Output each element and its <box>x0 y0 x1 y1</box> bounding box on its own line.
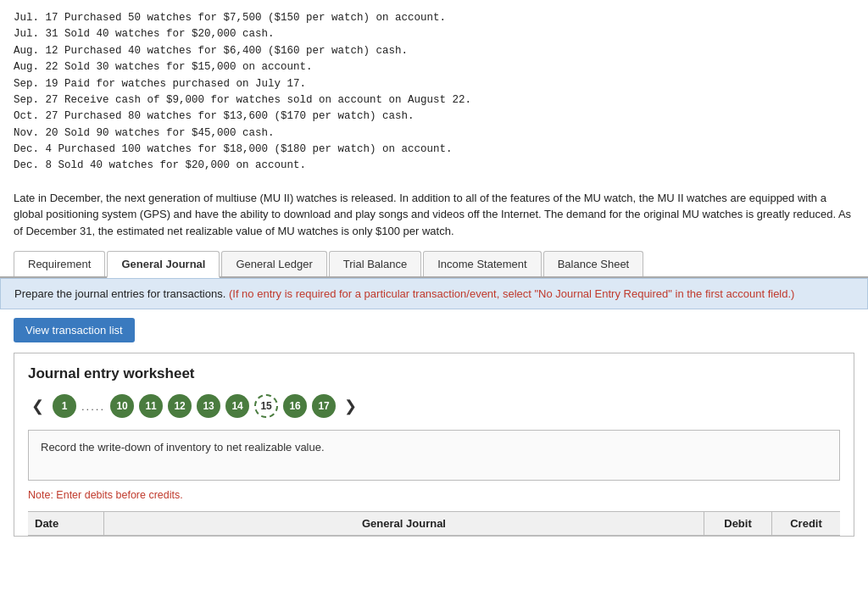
step-dots: ..... <box>81 400 105 413</box>
nav-prev-button[interactable]: ❮ <box>28 395 47 417</box>
nav-row: ❮1.....1011121314151617❯ <box>28 394 840 418</box>
transaction-item: Aug. 12 Purchased 40 watches for $6,400 … <box>14 43 854 59</box>
th-general-journal: General Journal <box>104 512 704 535</box>
paragraph-text: Late in December, the next generation of… <box>0 183 868 252</box>
tabs-row: RequirementGeneral JournalGeneral Ledger… <box>0 251 868 278</box>
th-credit: Credit <box>772 512 840 535</box>
transaction-item: Sep. 27 Receive cash of $9,000 for watch… <box>14 92 854 109</box>
record-instruction-text: Record the write-down of inventory to ne… <box>41 441 325 454</box>
step-14[interactable]: 14 <box>225 394 249 418</box>
transaction-item: Jul. 17 Purchased 50 watches for $7,500 … <box>14 10 854 26</box>
step-1[interactable]: 1 <box>53 394 76 418</box>
worksheet-box: Journal entry worksheet ❮1.....101112131… <box>14 353 854 537</box>
tab-general-ledger[interactable]: General Ledger <box>221 251 326 276</box>
step-13[interactable]: 13 <box>197 394 220 418</box>
tab-general-journal[interactable]: General Journal <box>107 251 220 278</box>
instruction-main: Prepare the journal entries for transact… <box>14 287 225 300</box>
instruction-note: (If no entry is required for a particula… <box>229 287 795 300</box>
note-text: Note: Enter debits before credits. <box>28 489 840 504</box>
step-10[interactable]: 10 <box>110 394 134 418</box>
view-transaction-button[interactable]: View transaction list <box>14 318 135 342</box>
tab-requirement[interactable]: Requirement <box>14 251 105 276</box>
record-instruction-box: Record the write-down of inventory to ne… <box>28 430 840 481</box>
transaction-item: Nov. 20 Sold 90 watches for $45,000 cash… <box>14 125 854 142</box>
transaction-item: Dec. 8 Sold 40 watches for $20,000 on ac… <box>14 158 854 174</box>
transaction-item: Sep. 19 Paid for watches purchased on Ju… <box>14 76 854 92</box>
table-header-row: Date General Journal Debit Credit <box>28 511 840 536</box>
worksheet-title: Journal entry worksheet <box>28 365 840 382</box>
th-date: Date <box>28 512 104 535</box>
tab-trial-balance[interactable]: Trial Balance <box>329 251 421 276</box>
nav-next-button[interactable]: ❯ <box>341 395 360 417</box>
transaction-item: Aug. 22 Sold 30 watches for $15,000 on a… <box>14 59 854 75</box>
tab-income-statement[interactable]: Income Statement <box>423 251 542 276</box>
th-debit: Debit <box>704 512 772 535</box>
transactions-list: Jul. 17 Purchased 50 watches for $7,500 … <box>0 0 868 183</box>
instruction-box: Prepare the journal entries for transact… <box>0 278 868 309</box>
step-16[interactable]: 16 <box>283 394 307 418</box>
step-12[interactable]: 12 <box>168 394 192 418</box>
step-17[interactable]: 17 <box>312 394 336 418</box>
transactions-section: Jul. 17 Purchased 50 watches for $7,500 … <box>0 0 868 183</box>
tab-balance-sheet[interactable]: Balance Sheet <box>543 251 644 276</box>
transaction-item: Oct. 27 Purchased 80 watches for $13,600… <box>14 109 854 125</box>
step-11[interactable]: 11 <box>139 394 163 418</box>
step-15[interactable]: 15 <box>254 394 278 418</box>
transaction-item: Dec. 4 Purchased 100 watches for $18,000… <box>14 142 854 158</box>
transaction-item: Jul. 31 Sold 40 watches for $20,000 cash… <box>14 26 854 42</box>
